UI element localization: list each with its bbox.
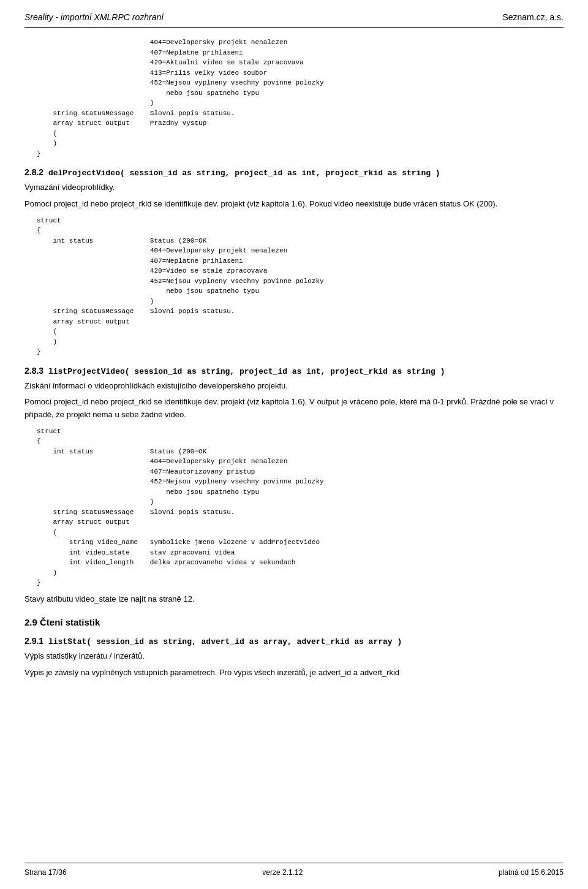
section-283-sig: listProjectVideo( session_id as string, … [48, 367, 445, 376]
section-282-sig: delProjectVideo( session_id as string, p… [48, 168, 440, 178]
section-283-footer-note: Stavy atributu video_state lze najít na … [24, 593, 564, 606]
top-code-block: 404=Developersky projekt nenalezen 407=N… [37, 37, 564, 159]
section-291-number: 2.9.1 [24, 636, 43, 646]
section-283: 2.8.3 listProjectVideo( session_id as st… [24, 366, 564, 606]
section-282-number: 2.8.2 [24, 167, 43, 177]
section-282-code: struct { int status Status (200=OK 404=D… [37, 216, 564, 357]
section-283-code: struct { int status Status (200=OK 404=D… [37, 426, 564, 588]
section-282: 2.8.2 delProjectVideo( session_id as str… [24, 167, 564, 357]
top-code-pre: 404=Developersky projekt nenalezen 407=N… [37, 37, 564, 159]
footer-page-info: Strana 17/36 [24, 868, 67, 877]
header-title: Sreality - importní XMLRPC rozhraní [24, 12, 164, 22]
section-283-number: 2.8.3 [24, 366, 43, 376]
page-header: Sreality - importní XMLRPC rozhraní Sezn… [24, 12, 564, 28]
header-company: Seznam.cz, a.s. [502, 12, 564, 22]
section-282-pre: struct { int status Status (200=OK 404=D… [37, 216, 564, 357]
section-291-desc1: Výpis statistiky inzerátu / inzerátů. [24, 650, 564, 663]
section-291-sig: listStat( session_id as string, advert_i… [48, 637, 402, 646]
section-283-pre: struct { int status Status (200=OK 404=D… [37, 426, 564, 588]
page-content: 404=Developersky projekt nenalezen 407=N… [24, 37, 564, 719]
footer-version: verze 2.1.12 [262, 868, 303, 877]
section-291-heading: 2.9.1 listStat( session_id as string, ad… [24, 636, 564, 646]
section-291: 2.9.1 listStat( session_id as string, ad… [24, 636, 564, 679]
page-footer: Strana 17/36 verze 2.1.12 platná od 15.6… [24, 863, 564, 877]
footer-validity: platná od 15.6.2015 [499, 868, 564, 877]
section-283-heading: 2.8.3 listProjectVideo( session_id as st… [24, 366, 564, 376]
page: Sreality - importní XMLRPC rozhraní Sezn… [0, 0, 588, 889]
section-283-param1: Pomocí project_id nebo project_rkid se i… [24, 396, 564, 422]
section-283-desc: Získání informací o videoprohlídkách exi… [24, 380, 564, 393]
section-29-heading: 2.9 Čtení statistik [24, 617, 564, 627]
section-282-heading: 2.8.2 delProjectVideo( session_id as str… [24, 167, 564, 178]
section-29: 2.9 Čtení statistik [24, 617, 564, 627]
section-282-param: Pomocí project_id nebo project_rkid se i… [24, 198, 564, 211]
section-291-desc2: Výpis je závislý na vyplněných vstupních… [24, 667, 564, 679]
section-282-desc: Vymazání videoprohlídky. [24, 181, 564, 194]
